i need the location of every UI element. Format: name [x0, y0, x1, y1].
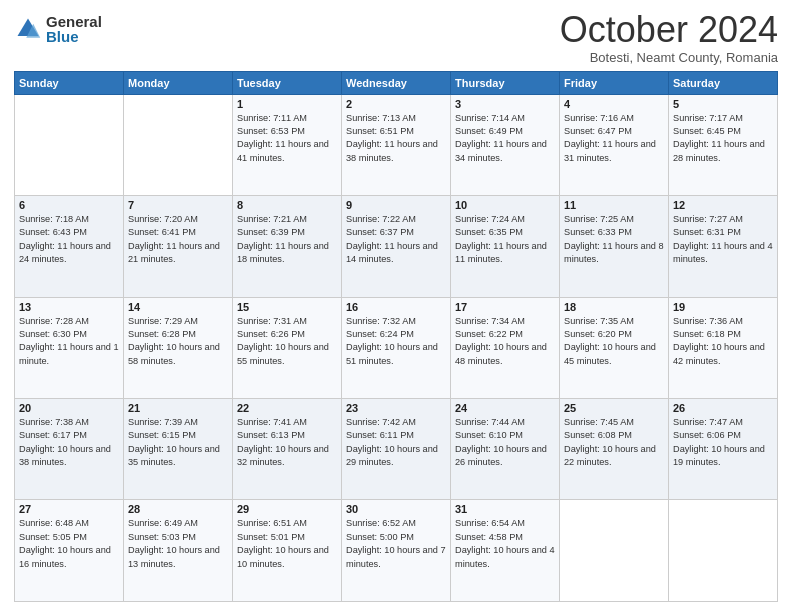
weekday-header-friday: Friday — [560, 71, 669, 94]
calendar-cell: 17Sunrise: 7:34 AM Sunset: 6:22 PM Dayli… — [451, 297, 560, 398]
day-number: 29 — [237, 503, 337, 515]
calendar-cell: 2Sunrise: 7:13 AM Sunset: 6:51 PM Daylig… — [342, 94, 451, 195]
day-number: 23 — [346, 402, 446, 414]
calendar-cell: 10Sunrise: 7:24 AM Sunset: 6:35 PM Dayli… — [451, 196, 560, 297]
cell-info: Sunrise: 7:41 AM Sunset: 6:13 PM Dayligh… — [237, 416, 337, 469]
cell-info: Sunrise: 7:24 AM Sunset: 6:35 PM Dayligh… — [455, 213, 555, 266]
day-number: 18 — [564, 301, 664, 313]
calendar-cell: 23Sunrise: 7:42 AM Sunset: 6:11 PM Dayli… — [342, 399, 451, 500]
calendar-cell: 7Sunrise: 7:20 AM Sunset: 6:41 PM Daylig… — [124, 196, 233, 297]
weekday-header-monday: Monday — [124, 71, 233, 94]
logo-general: General — [46, 14, 102, 29]
day-number: 13 — [19, 301, 119, 313]
day-number: 21 — [128, 402, 228, 414]
cell-info: Sunrise: 7:18 AM Sunset: 6:43 PM Dayligh… — [19, 213, 119, 266]
cell-info: Sunrise: 7:35 AM Sunset: 6:20 PM Dayligh… — [564, 315, 664, 368]
cell-info: Sunrise: 7:20 AM Sunset: 6:41 PM Dayligh… — [128, 213, 228, 266]
day-number: 16 — [346, 301, 446, 313]
calendar-cell: 25Sunrise: 7:45 AM Sunset: 6:08 PM Dayli… — [560, 399, 669, 500]
cell-info: Sunrise: 7:44 AM Sunset: 6:10 PM Dayligh… — [455, 416, 555, 469]
weekday-row: SundayMondayTuesdayWednesdayThursdayFrid… — [15, 71, 778, 94]
calendar-week-4: 20Sunrise: 7:38 AM Sunset: 6:17 PM Dayli… — [15, 399, 778, 500]
calendar-cell: 20Sunrise: 7:38 AM Sunset: 6:17 PM Dayli… — [15, 399, 124, 500]
day-number: 3 — [455, 98, 555, 110]
calendar-cell — [669, 500, 778, 602]
day-number: 9 — [346, 199, 446, 211]
logo-icon — [14, 15, 42, 43]
calendar-header: SundayMondayTuesdayWednesdayThursdayFrid… — [15, 71, 778, 94]
cell-info: Sunrise: 7:28 AM Sunset: 6:30 PM Dayligh… — [19, 315, 119, 368]
cell-info: Sunrise: 7:25 AM Sunset: 6:33 PM Dayligh… — [564, 213, 664, 266]
cell-info: Sunrise: 7:17 AM Sunset: 6:45 PM Dayligh… — [673, 112, 773, 165]
calendar-cell — [560, 500, 669, 602]
cell-info: Sunrise: 7:16 AM Sunset: 6:47 PM Dayligh… — [564, 112, 664, 165]
cell-info: Sunrise: 7:21 AM Sunset: 6:39 PM Dayligh… — [237, 213, 337, 266]
header: General Blue October 2024 Botesti, Neamt… — [14, 10, 778, 65]
cell-info: Sunrise: 7:31 AM Sunset: 6:26 PM Dayligh… — [237, 315, 337, 368]
calendar-cell: 6Sunrise: 7:18 AM Sunset: 6:43 PM Daylig… — [15, 196, 124, 297]
day-number: 17 — [455, 301, 555, 313]
logo: General Blue — [14, 14, 102, 44]
weekday-header-saturday: Saturday — [669, 71, 778, 94]
day-number: 31 — [455, 503, 555, 515]
calendar-cell: 22Sunrise: 7:41 AM Sunset: 6:13 PM Dayli… — [233, 399, 342, 500]
calendar-week-1: 1Sunrise: 7:11 AM Sunset: 6:53 PM Daylig… — [15, 94, 778, 195]
cell-info: Sunrise: 7:29 AM Sunset: 6:28 PM Dayligh… — [128, 315, 228, 368]
day-number: 14 — [128, 301, 228, 313]
cell-info: Sunrise: 6:51 AM Sunset: 5:01 PM Dayligh… — [237, 517, 337, 570]
location: Botesti, Neamt County, Romania — [560, 50, 778, 65]
calendar-cell: 5Sunrise: 7:17 AM Sunset: 6:45 PM Daylig… — [669, 94, 778, 195]
cell-info: Sunrise: 7:45 AM Sunset: 6:08 PM Dayligh… — [564, 416, 664, 469]
cell-info: Sunrise: 7:47 AM Sunset: 6:06 PM Dayligh… — [673, 416, 773, 469]
weekday-header-thursday: Thursday — [451, 71, 560, 94]
day-number: 30 — [346, 503, 446, 515]
calendar-week-5: 27Sunrise: 6:48 AM Sunset: 5:05 PM Dayli… — [15, 500, 778, 602]
day-number: 4 — [564, 98, 664, 110]
day-number: 10 — [455, 199, 555, 211]
calendar-cell: 19Sunrise: 7:36 AM Sunset: 6:18 PM Dayli… — [669, 297, 778, 398]
day-number: 22 — [237, 402, 337, 414]
calendar-week-2: 6Sunrise: 7:18 AM Sunset: 6:43 PM Daylig… — [15, 196, 778, 297]
cell-info: Sunrise: 7:38 AM Sunset: 6:17 PM Dayligh… — [19, 416, 119, 469]
cell-info: Sunrise: 6:49 AM Sunset: 5:03 PM Dayligh… — [128, 517, 228, 570]
day-number: 27 — [19, 503, 119, 515]
logo-text: General Blue — [46, 14, 102, 44]
day-number: 7 — [128, 199, 228, 211]
day-number: 12 — [673, 199, 773, 211]
calendar-cell: 12Sunrise: 7:27 AM Sunset: 6:31 PM Dayli… — [669, 196, 778, 297]
cell-info: Sunrise: 6:52 AM Sunset: 5:00 PM Dayligh… — [346, 517, 446, 570]
day-number: 20 — [19, 402, 119, 414]
page: General Blue October 2024 Botesti, Neamt… — [0, 0, 792, 612]
calendar-cell: 15Sunrise: 7:31 AM Sunset: 6:26 PM Dayli… — [233, 297, 342, 398]
calendar-cell — [15, 94, 124, 195]
month-title: October 2024 — [560, 10, 778, 50]
cell-info: Sunrise: 7:13 AM Sunset: 6:51 PM Dayligh… — [346, 112, 446, 165]
day-number: 5 — [673, 98, 773, 110]
day-number: 2 — [346, 98, 446, 110]
title-block: October 2024 Botesti, Neamt County, Roma… — [560, 10, 778, 65]
calendar-cell: 13Sunrise: 7:28 AM Sunset: 6:30 PM Dayli… — [15, 297, 124, 398]
calendar-cell: 18Sunrise: 7:35 AM Sunset: 6:20 PM Dayli… — [560, 297, 669, 398]
weekday-header-tuesday: Tuesday — [233, 71, 342, 94]
calendar-cell: 27Sunrise: 6:48 AM Sunset: 5:05 PM Dayli… — [15, 500, 124, 602]
day-number: 15 — [237, 301, 337, 313]
cell-info: Sunrise: 7:32 AM Sunset: 6:24 PM Dayligh… — [346, 315, 446, 368]
day-number: 11 — [564, 199, 664, 211]
day-number: 1 — [237, 98, 337, 110]
calendar-week-3: 13Sunrise: 7:28 AM Sunset: 6:30 PM Dayli… — [15, 297, 778, 398]
day-number: 19 — [673, 301, 773, 313]
calendar-cell: 26Sunrise: 7:47 AM Sunset: 6:06 PM Dayli… — [669, 399, 778, 500]
cell-info: Sunrise: 7:36 AM Sunset: 6:18 PM Dayligh… — [673, 315, 773, 368]
calendar-table: SundayMondayTuesdayWednesdayThursdayFrid… — [14, 71, 778, 602]
calendar-cell: 11Sunrise: 7:25 AM Sunset: 6:33 PM Dayli… — [560, 196, 669, 297]
day-number: 6 — [19, 199, 119, 211]
calendar-cell: 31Sunrise: 6:54 AM Sunset: 4:58 PM Dayli… — [451, 500, 560, 602]
cell-info: Sunrise: 7:34 AM Sunset: 6:22 PM Dayligh… — [455, 315, 555, 368]
cell-info: Sunrise: 7:11 AM Sunset: 6:53 PM Dayligh… — [237, 112, 337, 165]
cell-info: Sunrise: 6:48 AM Sunset: 5:05 PM Dayligh… — [19, 517, 119, 570]
calendar-cell: 29Sunrise: 6:51 AM Sunset: 5:01 PM Dayli… — [233, 500, 342, 602]
logo-blue: Blue — [46, 29, 102, 44]
calendar-cell: 3Sunrise: 7:14 AM Sunset: 6:49 PM Daylig… — [451, 94, 560, 195]
calendar-cell: 24Sunrise: 7:44 AM Sunset: 6:10 PM Dayli… — [451, 399, 560, 500]
weekday-header-sunday: Sunday — [15, 71, 124, 94]
